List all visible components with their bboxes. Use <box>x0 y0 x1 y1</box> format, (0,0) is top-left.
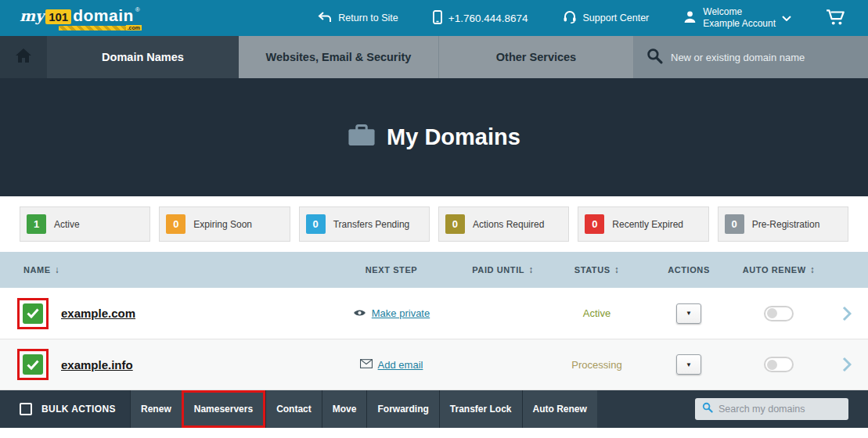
auto-renew-toggle-off[interactable] <box>764 357 794 372</box>
sort-both-icon: ↕ <box>528 264 534 275</box>
support-center-link[interactable]: Support Center <box>563 10 650 26</box>
make-private-link[interactable]: Make private <box>372 307 430 319</box>
logo-prefix: my <box>20 7 44 24</box>
row-checkbox-checked[interactable] <box>23 303 43 324</box>
card-pre-registration[interactable]: 0 Pre-Registration <box>718 206 848 242</box>
tab-websites-email-security[interactable]: Websites, Email & Security <box>239 36 439 78</box>
return-to-site-link[interactable]: Return to Site <box>318 12 398 25</box>
chevron-right-icon <box>842 306 852 321</box>
sort-both-icon: ↕ <box>810 264 816 275</box>
toggle-knob <box>767 308 777 318</box>
bulk-actions-left: BULK ACTIONS <box>0 403 130 415</box>
top-bar: my 101 domain ® .com Return to Site +1.7 <box>0 0 868 36</box>
phone-number-label: +1.760.444.8674 <box>448 13 528 24</box>
domains-table-header: NAME ↓ NEXT STEP PAID UNTIL ↕ STATUS ↕ A… <box>0 252 868 288</box>
search-icon <box>702 402 713 416</box>
transfer-lock-button[interactable]: Transfer Lock <box>439 390 522 428</box>
card-label: Active <box>54 219 80 230</box>
logo-tld: .com <box>126 25 142 31</box>
welcome-line1: Welcome <box>703 6 742 17</box>
forwarding-button[interactable]: Forwarding <box>366 390 438 428</box>
add-email-link[interactable]: Add email <box>378 359 423 371</box>
headset-icon <box>563 10 577 26</box>
row-expand-chevron[interactable] <box>826 357 868 372</box>
tab-domain-names[interactable]: Domain Names <box>47 36 239 78</box>
account-menu[interactable]: Welcome Example Account <box>683 6 791 30</box>
welcome-text: Welcome Example Account <box>703 6 776 30</box>
home-icon <box>15 48 32 66</box>
domain-link[interactable]: example.info <box>61 358 133 372</box>
next-step-cell: Make private <box>325 307 458 321</box>
count-badge: 0 <box>166 214 185 234</box>
search-icon <box>646 48 663 67</box>
card-label: Transfers Pending <box>333 219 410 230</box>
next-step-cell: Add email <box>325 357 458 372</box>
bulk-select-checkbox[interactable] <box>20 403 32 415</box>
cart-button[interactable] <box>826 9 846 28</box>
user-icon <box>683 10 697 26</box>
bulk-action-buttons: Renew Nameservers Contact Move Forwardin… <box>130 390 597 428</box>
brand-logo[interactable]: my 101 domain ® .com <box>20 6 142 31</box>
logo-name: domain <box>73 6 134 25</box>
column-header-next-step[interactable]: NEXT STEP <box>325 265 458 275</box>
auto-renew-button[interactable]: Auto Renew <box>522 390 597 428</box>
phone-number[interactable]: +1.760.444.8674 <box>433 10 528 27</box>
column-label: NEXT STEP <box>366 265 418 275</box>
card-label: Pre-Registration <box>752 219 820 230</box>
home-button[interactable] <box>0 36 47 78</box>
envelope-icon <box>360 357 373 372</box>
status-text: Active <box>548 307 646 319</box>
column-header-auto-renew[interactable]: AUTO RENEW ↕ <box>732 264 826 275</box>
column-label: PAID UNTIL <box>472 265 524 275</box>
briefcase-icon <box>348 124 376 150</box>
phone-icon <box>433 10 442 27</box>
column-header-paid-until[interactable]: PAID UNTIL ↕ <box>458 264 548 275</box>
top-bar-links: Return to Site +1.760.444.8674 Support C… <box>318 6 846 30</box>
tab-other-services[interactable]: Other Services <box>439 36 634 78</box>
search-my-domains-input[interactable] <box>719 404 841 415</box>
card-recently-expired[interactable]: 0 Recently Expired <box>578 206 708 242</box>
bulk-actions-bar: BULK ACTIONS Renew Nameservers Contact M… <box>0 390 868 428</box>
page: my 101 domain ® .com Return to Site +1.7 <box>0 0 868 438</box>
domain-search-input[interactable] <box>671 52 859 63</box>
logo-number: 101 <box>45 9 71 24</box>
support-center-label: Support Center <box>583 13 650 23</box>
card-active[interactable]: 1 Active <box>20 206 150 242</box>
row-expand-chevron[interactable] <box>826 306 868 321</box>
column-label: STATUS <box>574 265 610 275</box>
card-label: Actions Required <box>473 219 544 230</box>
renew-button[interactable]: Renew <box>130 390 182 428</box>
count-badge: 1 <box>27 214 46 234</box>
cart-icon <box>826 9 846 28</box>
annotation-highlight <box>17 298 49 329</box>
count-badge: 0 <box>306 214 326 234</box>
card-actions-required[interactable]: 0 Actions Required <box>438 206 569 242</box>
move-button[interactable]: Move <box>322 390 367 428</box>
column-header-status[interactable]: STATUS ↕ <box>548 264 646 275</box>
row-checkbox-checked[interactable] <box>23 354 43 375</box>
domain-link[interactable]: example.com <box>61 307 135 320</box>
nameservers-button[interactable]: Nameservers <box>182 390 265 428</box>
actions-dropdown-button[interactable]: ▼ <box>676 303 701 324</box>
column-label: NAME <box>23 265 51 275</box>
contact-button[interactable]: Contact <box>265 390 322 428</box>
auto-renew-cell <box>732 306 826 321</box>
bulk-actions-label: BULK ACTIONS <box>41 404 116 415</box>
actions-dropdown-button[interactable]: ▼ <box>676 354 701 375</box>
actions-cell: ▼ <box>646 354 732 375</box>
column-header-name[interactable]: NAME ↓ <box>0 264 325 275</box>
welcome-line2: Example Account <box>703 18 776 29</box>
search-my-domains-box <box>695 398 848 420</box>
auto-renew-toggle-off[interactable] <box>764 306 794 321</box>
bottom-strip <box>0 428 868 438</box>
column-header-actions[interactable]: ACTIONS <box>646 265 732 275</box>
caret-down-icon: ▼ <box>686 361 692 368</box>
card-expiring-soon[interactable]: 0 Expiring Soon <box>159 206 290 242</box>
caret-down-icon: ▼ <box>686 310 692 317</box>
card-transfers-pending[interactable]: 0 Transfers Pending <box>299 206 430 242</box>
card-label: Expiring Soon <box>193 219 252 230</box>
status-text: Processing <box>548 359 646 371</box>
brand-logo-text: my 101 domain ® <box>20 6 142 25</box>
card-label: Recently Expired <box>612 219 683 230</box>
count-badge: 0 <box>445 214 465 234</box>
